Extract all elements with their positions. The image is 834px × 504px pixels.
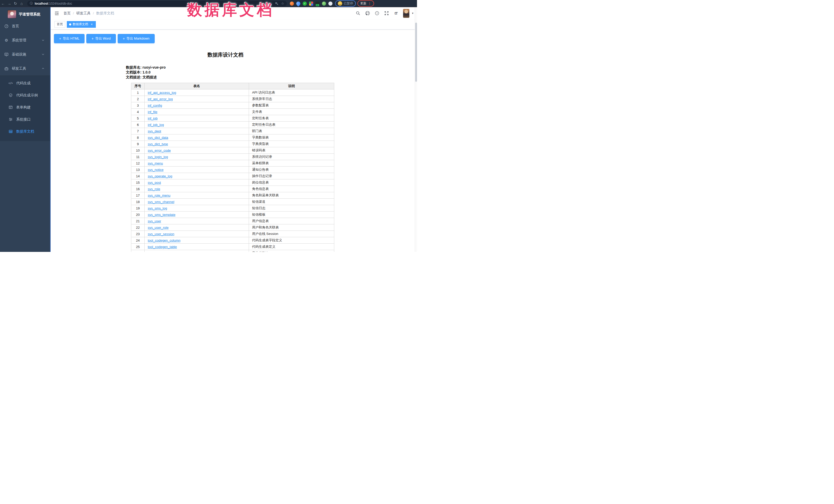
export-html-button[interactable]: +导出 HTML	[54, 34, 85, 43]
home-icon[interactable]: ⌂	[19, 0, 25, 7]
site-info-icon[interactable]: ⓘ	[30, 1, 33, 6]
user-avatar[interactable]	[403, 9, 410, 18]
github-icon[interactable]	[365, 11, 370, 16]
fullscreen-icon[interactable]	[384, 11, 389, 16]
table-name-link[interactable]: sys_dict_type	[148, 142, 168, 146]
table-row: 10 sys_error_code 错误码表	[131, 147, 334, 154]
extension-on-icon[interactable]: on	[315, 2, 320, 6]
sidebar-item-system[interactable]: ⚙ 系统管理	[0, 33, 50, 47]
export-toolbar: +导出 HTML +导出 Word +导出 Markdown	[54, 34, 156, 43]
search-icon[interactable]	[355, 11, 360, 16]
table-name-link[interactable]: sys_sms_template	[148, 213, 175, 217]
scrollbar-thumb[interactable]	[415, 23, 417, 82]
table-name-link[interactable]: sys_login_log	[148, 155, 168, 159]
table-name-link[interactable]: sys_role	[148, 187, 160, 191]
table-name-link[interactable]: inf_job_log	[148, 123, 164, 127]
tag-close-icon[interactable]: ×	[90, 23, 93, 26]
sidebar-item-home[interactable]: 首页	[0, 19, 50, 33]
table-name-link[interactable]: tool_codegen_column	[148, 239, 180, 242]
password-key-icon[interactable]	[275, 2, 279, 5]
column-header-desc: 说明	[249, 83, 334, 89]
export-word-button[interactable]: +导出 Word	[86, 34, 116, 43]
app-header: 首页 / 研发工具 / 数据库文档 ? tT ▾	[51, 7, 417, 19]
extension-grid-icon[interactable]	[309, 2, 313, 6]
table-name-link[interactable]: inf_api_access_log	[148, 91, 176, 94]
user-caret-icon[interactable]: ▾	[412, 12, 413, 15]
extension-drop-icon[interactable]	[295, 1, 301, 6]
row-table-name: sys_dict_type	[145, 141, 249, 147]
table-row: 5 inf_job 定时任务表	[131, 115, 334, 122]
row-table-name: sys_user_session	[145, 231, 249, 237]
chevron-down-icon	[42, 53, 44, 56]
export-markdown-button[interactable]: +导出 Markdown	[118, 34, 155, 43]
reload-icon[interactable]: ↻	[12, 0, 19, 7]
browser-profile-chip[interactable]: 已暂停	[335, 0, 356, 7]
row-table-name: sys_user	[145, 218, 249, 224]
sidebar-item-infra[interactable]: 基础设施	[0, 47, 50, 61]
table-name-link[interactable]: inf_api_error_log	[148, 97, 173, 101]
row-description: 操作日志记录	[249, 173, 334, 179]
help-icon[interactable]: ?	[374, 11, 379, 16]
extensions-puzzle-icon[interactable]	[328, 2, 332, 6]
table-row: 6 inf_job_log 定时任务日志表	[131, 122, 334, 128]
row-description: 系统访问记录	[249, 154, 334, 160]
db-doc: 数据库设计文档 数据库名: ruoyi-vue-pro 文档版本: 1.0.0 …	[126, 51, 325, 252]
kebab-menu-icon[interactable]: ⋮	[368, 2, 371, 5]
sidebar-fold-icon[interactable]	[54, 11, 59, 16]
extension-check-icon[interactable]: ✓	[303, 2, 307, 6]
bookmark-star-icon[interactable]: ☆	[281, 2, 284, 5]
row-index: 3	[131, 102, 145, 109]
sliders-icon	[8, 117, 13, 122]
row-description: 角色和菜单关联表	[249, 192, 334, 199]
breadcrumb-home[interactable]: 首页	[63, 11, 71, 16]
row-description: 代码生成表字段定义	[249, 237, 334, 244]
sidebar-item-codegen-demo[interactable]: 代码生成示例	[0, 89, 50, 101]
table-name-link[interactable]: tool_codegen_table	[148, 245, 177, 249]
table-name-link[interactable]: tool_test_demo	[148, 251, 171, 252]
table-name-link[interactable]: sys_user	[148, 219, 161, 223]
font-size-icon[interactable]: tT	[393, 11, 398, 16]
table-name-link[interactable]: sys_sms_log	[148, 206, 167, 210]
table-name-link[interactable]: sys_error_code	[148, 149, 171, 152]
forward-icon[interactable]: →	[6, 0, 12, 7]
table-name-link[interactable]: sys_dict_data	[148, 136, 168, 139]
table-name-link[interactable]: sys_sms_channel	[148, 200, 174, 204]
row-description: API 访问日志表	[249, 89, 334, 96]
back-icon[interactable]: ←	[0, 0, 6, 7]
extension-leaf-icon[interactable]	[322, 2, 326, 6]
table-name-link[interactable]: sys_post	[148, 181, 161, 184]
table-name-link[interactable]: sys_user_session	[148, 232, 174, 236]
row-index: 7	[131, 128, 145, 134]
table-name-link[interactable]: sys_role_menu	[148, 194, 170, 197]
tag-db-doc[interactable]: 数据库文档 ×	[67, 21, 96, 28]
extension-orange-icon[interactable]	[290, 2, 294, 6]
table-name-link[interactable]: inf_file	[148, 110, 157, 114]
meta-line: 文档描述: 文档描述	[126, 75, 325, 80]
page-scrollbar[interactable]	[415, 7, 417, 252]
table-name-link[interactable]: sys_menu	[148, 161, 163, 165]
row-index: 20	[131, 212, 145, 218]
row-description: 部门表	[249, 128, 334, 134]
sidebar-item-label: 表单构建	[16, 105, 30, 110]
sidebar-item-form-builder[interactable]: 表单构建	[0, 101, 50, 113]
table-name-link[interactable]: sys_user_role	[148, 226, 169, 229]
sidebar-item-api[interactable]: 系统接口	[0, 113, 50, 126]
table-name-link[interactable]: sys_notice	[148, 168, 163, 172]
sidebar-item-devtools[interactable]: 研发工具	[0, 61, 50, 75]
table-row: 7 sys_dept 部门表	[131, 128, 334, 134]
browser-update-menu[interactable]: 更新 ⋮	[357, 0, 374, 7]
sidebar-item-codegen[interactable]: </> 代码生成	[0, 77, 50, 89]
chevron-down-icon	[42, 39, 44, 42]
row-description: 字典类型表	[249, 250, 334, 252]
table-name-link[interactable]: sys_dept	[148, 129, 161, 133]
table-name-link[interactable]: sys_operate_log	[148, 174, 172, 178]
table-row: 15 sys_post 岗位信息表	[131, 179, 334, 186]
address-bar[interactable]: ⓘ localhost:1024/tool/db-doc ☆	[27, 1, 287, 6]
table-name-link[interactable]: inf_config	[148, 104, 162, 107]
row-table-name: sys_role_menu	[145, 192, 249, 199]
tag-home[interactable]: 首页	[54, 21, 65, 28]
sidebar-item-label: 系统接口	[16, 117, 30, 122]
sidebar: 芋道管理系统 首页 ⚙ 系统管理 基础设施	[0, 7, 50, 252]
sidebar-item-db-doc[interactable]: 数据库文档	[0, 126, 50, 137]
table-name-link[interactable]: inf_job	[148, 116, 157, 120]
